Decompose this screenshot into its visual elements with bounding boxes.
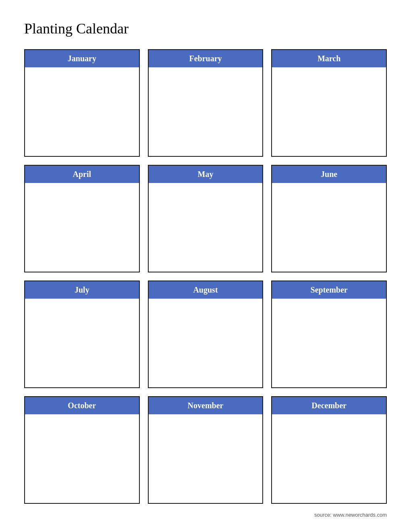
month-box-october: October (24, 396, 140, 504)
month-header-april: April (25, 166, 139, 183)
page-title: Planting Calendar (24, 20, 387, 37)
month-header-july: July (25, 281, 139, 299)
month-body-december (272, 414, 386, 503)
month-body-march (272, 67, 386, 156)
month-header-september: September (272, 281, 386, 299)
month-box-february: February (148, 49, 264, 157)
month-body-january (25, 67, 139, 156)
month-body-july (25, 299, 139, 387)
month-box-july: July (24, 281, 140, 388)
month-header-june: June (272, 166, 386, 183)
month-body-april (25, 183, 139, 272)
month-box-august: August (148, 281, 264, 388)
month-box-june: June (271, 165, 387, 272)
month-box-march: March (271, 49, 387, 157)
month-header-december: December (272, 397, 386, 414)
month-header-may: May (149, 166, 263, 183)
calendar-grid: JanuaryFebruaryMarchAprilMayJuneJulyAugu… (24, 49, 387, 504)
month-body-august (149, 299, 263, 387)
month-body-may (149, 183, 263, 272)
month-body-september (272, 299, 386, 387)
month-header-january: January (25, 50, 139, 67)
month-body-february (149, 67, 263, 156)
month-body-october (25, 414, 139, 503)
month-box-january: January (24, 49, 140, 157)
month-header-february: February (149, 50, 263, 67)
source-credit: source: www.neworchards.com (24, 512, 387, 518)
month-box-september: September (271, 281, 387, 388)
month-box-november: November (148, 396, 264, 504)
month-header-october: October (25, 397, 139, 414)
month-box-may: May (148, 165, 264, 272)
month-box-december: December (271, 396, 387, 504)
month-header-march: March (272, 50, 386, 67)
month-header-august: August (149, 281, 263, 299)
month-header-november: November (149, 397, 263, 414)
month-body-june (272, 183, 386, 272)
month-box-april: April (24, 165, 140, 272)
month-body-november (149, 414, 263, 503)
